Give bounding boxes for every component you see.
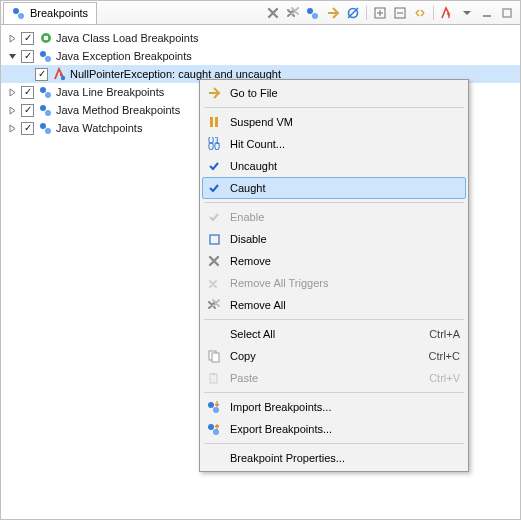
svg-point-22 — [40, 123, 46, 129]
menu-label: Go to File — [230, 87, 460, 99]
menu-enable: Enable — [202, 206, 466, 228]
check-icon — [204, 178, 224, 198]
minimize-icon[interactable] — [478, 4, 496, 22]
toolbar-separator — [366, 6, 367, 20]
svg-rect-28 — [210, 235, 219, 244]
collapse-icon[interactable] — [5, 52, 19, 61]
checkbox[interactable] — [21, 104, 34, 117]
remove-all-icon[interactable] — [284, 4, 302, 22]
show-supported-icon[interactable] — [304, 4, 322, 22]
check-icon — [204, 156, 224, 176]
expand-icon[interactable] — [5, 34, 19, 43]
view-toolbar — [264, 4, 520, 22]
tree-label: Java Method Breakpoints — [56, 104, 180, 116]
svg-point-21 — [45, 110, 51, 116]
add-bp-icon[interactable] — [438, 4, 456, 22]
breakpoints-icon — [12, 6, 26, 20]
menu-paste: Paste Ctrl+V — [202, 367, 466, 389]
menu-label: Import Breakpoints... — [230, 401, 460, 413]
menu-shortcut: Ctrl+A — [429, 328, 460, 340]
menu-label: Enable — [230, 211, 460, 223]
menu-label: Export Breakpoints... — [230, 423, 460, 435]
menu-label: Remove All Triggers — [230, 277, 460, 289]
class-breakpoint-icon — [38, 30, 54, 46]
menu-breakpoint-properties[interactable]: Breakpoint Properties... — [202, 447, 466, 469]
menu-hit-count[interactable]: 01001 Hit Count... — [202, 133, 466, 155]
expand-icon[interactable] — [5, 106, 19, 115]
checkbox[interactable] — [21, 122, 34, 135]
menu-remove-triggers: Remove All Triggers — [202, 272, 466, 294]
menu-separator — [204, 319, 464, 320]
menu-go-to-file[interactable]: Go to File — [202, 82, 466, 104]
tree-item[interactable]: Java Exception Breakpoints — [1, 47, 520, 65]
exception-breakpoint-icon — [52, 66, 68, 82]
svg-rect-32 — [212, 373, 215, 375]
menu-import-breakpoints[interactable]: Import Breakpoints... — [202, 396, 466, 418]
checkbox[interactable] — [35, 68, 48, 81]
remove-selected-icon[interactable] — [264, 4, 282, 22]
view-tab-breakpoints[interactable]: Breakpoints — [3, 2, 97, 24]
svg-point-18 — [40, 87, 46, 93]
menu-label: Copy — [230, 350, 429, 362]
paste-icon — [204, 368, 224, 388]
view-menu-icon[interactable] — [458, 4, 476, 22]
remove-triggers-icon — [204, 273, 224, 293]
menu-label: Paste — [230, 372, 429, 384]
menu-label: Hit Count... — [230, 138, 460, 150]
menu-uncaught[interactable]: Uncaught — [202, 155, 466, 177]
unchecked-icon — [204, 229, 224, 249]
svg-rect-31 — [210, 374, 217, 383]
svg-point-16 — [45, 56, 51, 62]
line-group-icon — [38, 84, 54, 100]
watchpoint-group-icon — [38, 120, 54, 136]
svg-rect-30 — [212, 353, 219, 362]
svg-point-35 — [208, 424, 214, 430]
svg-point-0 — [13, 8, 19, 14]
menu-label: Remove — [230, 255, 460, 267]
expand-icon[interactable] — [5, 88, 19, 97]
counter-icon: 01001 — [204, 134, 224, 154]
menu-shortcut: Ctrl+C — [429, 350, 460, 362]
svg-point-15 — [40, 51, 46, 57]
svg-point-19 — [45, 92, 51, 98]
pause-icon — [204, 112, 224, 132]
menu-separator — [204, 202, 464, 203]
svg-rect-25 — [215, 117, 218, 127]
copy-icon — [204, 346, 224, 366]
menu-select-all[interactable]: Select All Ctrl+A — [202, 323, 466, 345]
collapse-all-icon[interactable] — [391, 4, 409, 22]
checkbox[interactable] — [21, 86, 34, 99]
import-icon — [204, 397, 224, 417]
svg-point-2 — [307, 8, 313, 14]
tree-label: Java Watchpoints — [56, 122, 142, 134]
view-header: Breakpoints — [1, 1, 520, 25]
menu-shortcut: Ctrl+V — [429, 372, 460, 384]
svg-rect-14 — [44, 36, 48, 40]
menu-label: Uncaught — [230, 160, 460, 172]
menu-remove[interactable]: Remove — [202, 250, 466, 272]
expand-icon[interactable] — [5, 124, 19, 133]
expand-all-icon[interactable] — [371, 4, 389, 22]
menu-suspend-vm[interactable]: Suspend VM — [202, 111, 466, 133]
remove-all-icon — [204, 295, 224, 315]
svg-rect-12 — [503, 9, 511, 17]
menu-copy[interactable]: Copy Ctrl+C — [202, 345, 466, 367]
menu-caught[interactable]: Caught — [202, 177, 466, 199]
svg-rect-24 — [210, 117, 213, 127]
svg-text:001: 001 — [208, 140, 221, 151]
svg-point-33 — [208, 402, 214, 408]
check-icon — [204, 207, 224, 227]
menu-label: Disable — [230, 233, 460, 245]
checkbox[interactable] — [21, 50, 34, 63]
menu-separator — [204, 392, 464, 393]
menu-label: Breakpoint Properties... — [230, 452, 460, 464]
link-editor-icon[interactable] — [411, 4, 429, 22]
goto-file-icon[interactable] — [324, 4, 342, 22]
checkbox[interactable] — [21, 32, 34, 45]
skip-all-icon[interactable] — [344, 4, 362, 22]
menu-export-breakpoints[interactable]: Export Breakpoints... — [202, 418, 466, 440]
tree-item[interactable]: Java Class Load Breakpoints — [1, 29, 520, 47]
menu-disable[interactable]: Disable — [202, 228, 466, 250]
menu-remove-all[interactable]: Remove All — [202, 294, 466, 316]
maximize-icon[interactable] — [498, 4, 516, 22]
